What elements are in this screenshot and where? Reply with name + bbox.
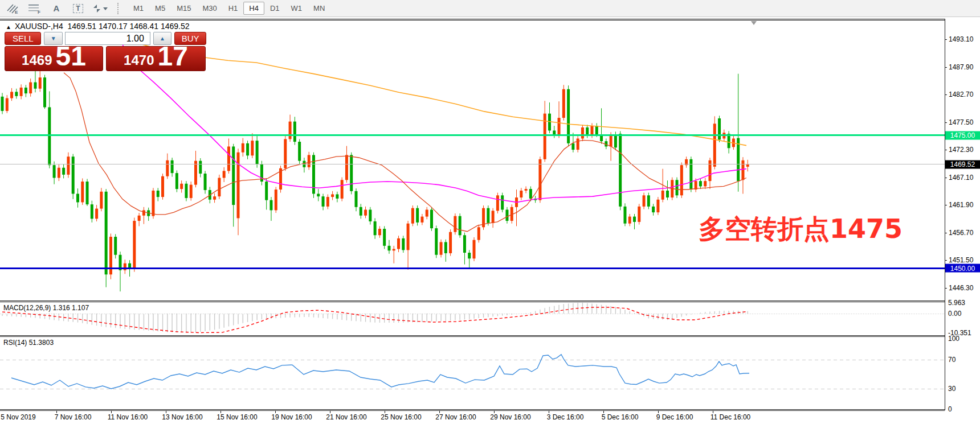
chart-annotation: 多空转折点1475 bbox=[699, 212, 903, 247]
mt4-window: E F A T M1M5M15M30H1H4D1W1MN ▲X bbox=[0, 0, 980, 424]
buy-price-box[interactable]: 1470 17 bbox=[106, 46, 206, 71]
sell-button[interactable]: SELL bbox=[5, 32, 41, 45]
sell-price-box[interactable]: 1469 51 bbox=[5, 46, 103, 71]
chart-symbol-header: ▲XAUUSD-,H4 1469.51 1470.17 1468.41 1469… bbox=[6, 22, 190, 31]
trade-panel: SELL ▼ ▲ BUY 1469 51 1470 17 bbox=[5, 32, 206, 71]
price-pane bbox=[0, 34, 945, 291]
symbol-ohlc: 1469.51 1470.17 1468.41 1469.52 bbox=[67, 22, 189, 31]
ma-mid-magenta bbox=[117, 34, 746, 203]
ma-slow-orange bbox=[142, 44, 746, 145]
candles bbox=[1, 69, 749, 291]
buy-price-pips: 17 bbox=[158, 43, 188, 70]
sell-price-pips: 51 bbox=[56, 43, 86, 70]
symbol-marker-icon: ▲ bbox=[6, 24, 11, 30]
rsi-label: RSI(14) 51.3803 bbox=[3, 339, 54, 347]
rsi-line bbox=[11, 355, 749, 389]
macd-label: MACD(12,26,9) 1.316 1.107 bbox=[3, 304, 89, 312]
rsi-pane bbox=[0, 355, 945, 389]
macd-pane bbox=[0, 303, 945, 333]
buy-price-main: 1470 bbox=[124, 53, 154, 67]
chart-shift-marker-icon bbox=[751, 21, 757, 25]
sell-price-main: 1469 bbox=[22, 53, 52, 67]
symbol-title: XAUUSD-,H4 bbox=[15, 22, 63, 31]
